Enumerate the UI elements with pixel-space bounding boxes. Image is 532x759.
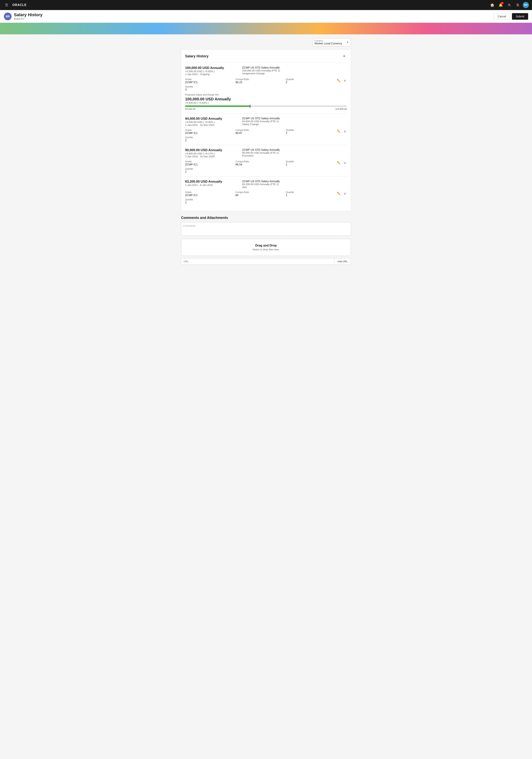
grade-label: Grade bbox=[185, 129, 235, 132]
drag-drop-subtitle: Select or drop files here. bbox=[186, 248, 346, 251]
currency-value: Worker Local Currency bbox=[314, 42, 345, 45]
notifications-button[interactable]: 🔔 45 bbox=[497, 2, 504, 9]
quintile-value: 1 bbox=[185, 201, 336, 204]
grade-label: Grade bbox=[185, 160, 235, 163]
card-header: Salary History + bbox=[185, 54, 347, 59]
entry-actions: ✏️ ∨ bbox=[336, 191, 347, 196]
salary-change: +4,500.00 USD ( +5.00% ) bbox=[185, 121, 237, 124]
expand-button[interactable]: ∨ bbox=[343, 191, 347, 196]
compa-label: Compa-Ratio bbox=[235, 78, 286, 81]
drag-drop-area[interactable]: Drag and Drop Select or drop files here. bbox=[181, 239, 351, 256]
plan-reason: Salary Change bbox=[242, 123, 347, 126]
comments-textarea[interactable]: Comments bbox=[181, 222, 351, 236]
plan-amount: 90,000.00 USD Annually (FTE 1) bbox=[242, 151, 347, 154]
quartile-label: Quartile bbox=[286, 129, 336, 132]
compa-value: 80 bbox=[235, 194, 286, 197]
compa-group: Compa-Ratio 96.15 bbox=[235, 78, 286, 84]
salary-date: 1-Jan-2021 - 31-Dec-2021 bbox=[185, 124, 237, 126]
details-row-with-actions: Grade ZCMP IC1 Compa-Ratio 90.87 Quartil… bbox=[185, 129, 347, 142]
quartile-value: 1 bbox=[286, 194, 336, 197]
entry-left: 90,000.00 USD Annually +6,800.00 USD ( +… bbox=[185, 148, 237, 158]
proposed-salary-section: Proposed Salary and Range Info 100,000.0… bbox=[185, 94, 347, 110]
nav-left: ☰ ORACLE bbox=[3, 2, 27, 9]
details-cols: Grade ZCMP IC1 Compa-Ratio 90.87 Quartil… bbox=[185, 129, 336, 142]
plan-name: ZCMP US STD Salary Annually bbox=[242, 148, 347, 151]
entry-top-row: 100,000.00 USD Annually +5,500.00 USD ( … bbox=[185, 66, 347, 76]
plan-reason: Assignment Change bbox=[242, 72, 347, 75]
edit-button[interactable]: ✏️ bbox=[336, 191, 342, 196]
currency-label: Currency bbox=[314, 40, 345, 42]
entry-actions: ✏️ ∨ bbox=[336, 129, 347, 134]
plan-amount: 94,500.00 USD Annually (FTE 1) bbox=[242, 120, 347, 123]
currency-row: Currency Worker Local Currency ▼ bbox=[181, 38, 351, 46]
salary-history-title: Salary History bbox=[185, 54, 209, 58]
salary-date: 1-Jan-2011 - 6-Jan-2016 bbox=[185, 183, 237, 186]
entry-details-row: Grade ZCMP IC1 Compa-Ratio 86.54 Quartil… bbox=[185, 160, 336, 166]
quintile-row: Quintile 1 bbox=[185, 168, 336, 173]
entry-right: ZCMP US STD Salary Annually 94,500.00 US… bbox=[242, 117, 347, 126]
salary-min: 83,200.00 bbox=[185, 108, 195, 110]
plan-name: ZCMP US STD Salary Annually bbox=[242, 66, 347, 69]
edit-button[interactable]: ✏️ bbox=[336, 78, 342, 83]
edit-button[interactable]: ✏️ bbox=[336, 160, 342, 165]
compa-value: 90.87 bbox=[235, 132, 286, 135]
oracle-logo: ORACLE bbox=[12, 3, 27, 7]
quartile-group: Quartile 2 bbox=[286, 129, 336, 135]
person-off-button[interactable] bbox=[506, 2, 513, 9]
header-actions: Cancel Submit bbox=[494, 13, 528, 20]
compa-value: 86.54 bbox=[235, 163, 286, 166]
worker-name: Buela RJ bbox=[14, 18, 42, 20]
proposed-label: Proposed Salary and Range Info bbox=[185, 94, 347, 96]
quartile-group: Quartile 2 bbox=[286, 78, 336, 84]
collapse-button[interactable]: ∧ bbox=[343, 78, 347, 83]
progress-fill bbox=[185, 105, 250, 107]
grade-value: ZCMP IC1 bbox=[185, 132, 235, 135]
salary-entry: 83,200.00 USD Annually 1-Jan-2011 - 6-Ja… bbox=[185, 177, 347, 207]
compa-value: 96.15 bbox=[235, 81, 286, 84]
salary-amount: 90,000.00 USD Annually bbox=[185, 148, 237, 152]
mic-off-button[interactable] bbox=[514, 2, 521, 9]
hamburger-menu-button[interactable]: ☰ bbox=[3, 2, 10, 9]
home-button[interactable]: 🏠 bbox=[489, 2, 496, 9]
quartile-label: Quartile bbox=[286, 160, 336, 163]
profile-banner bbox=[0, 23, 532, 34]
quartile-value: 2 bbox=[286, 132, 336, 135]
add-salary-button[interactable]: + bbox=[342, 54, 347, 59]
plan-name: ZCMP US STD Salary Annually bbox=[242, 180, 347, 183]
salary-change: +6,800.00 USD ( +8.17% ) bbox=[185, 152, 237, 155]
grade-group: Grade ZCMP IC1 bbox=[185, 160, 235, 166]
entry-details-row: Grade ZCMP IC1 Compa-Ratio 90.87 Quartil… bbox=[185, 129, 336, 135]
entry-actions: ✏️ ∧ bbox=[336, 78, 347, 83]
compa-label: Compa-Ratio bbox=[235, 160, 286, 163]
quartile-value: 1 bbox=[286, 163, 336, 166]
details-row-with-actions: Grade ZCMP IC1 Compa-Ratio 86.54 Quartil… bbox=[185, 160, 347, 173]
header-title-area: Salary History Buela RJ bbox=[14, 12, 42, 20]
quintile-label: Quintile bbox=[185, 85, 336, 88]
quintile-label: Quintile bbox=[185, 168, 336, 170]
page-title: Salary History bbox=[14, 12, 42, 18]
plan-reason: Promotion bbox=[242, 154, 347, 157]
quartile-group: Quartile 1 bbox=[286, 160, 336, 166]
header-bar: BR Salary History Buela RJ Cancel Submit bbox=[0, 10, 532, 23]
compa-group: Compa-Ratio 90.87 bbox=[235, 129, 286, 135]
salary-date: 1-Jan-2022 - Ongoing bbox=[185, 73, 237, 76]
quintile-row: Quintile 1 bbox=[185, 198, 336, 204]
expand-button[interactable]: ∨ bbox=[343, 160, 347, 165]
details-row-with-actions: Grade ZCMP IC1 Compa-Ratio 96.15 Quartil… bbox=[185, 78, 347, 91]
edit-button[interactable]: ✏️ bbox=[336, 129, 342, 134]
cancel-button[interactable]: Cancel bbox=[494, 13, 510, 20]
url-input[interactable] bbox=[181, 258, 334, 265]
expand-button[interactable]: ∨ bbox=[343, 129, 347, 134]
proposed-change: +5,500.00 ( +5.82% ) bbox=[185, 101, 347, 104]
details-cols: Grade ZCMP IC1 Compa-Ratio 80 Quartile 1 bbox=[185, 191, 336, 204]
header-left: BR Salary History Buela RJ bbox=[4, 12, 42, 20]
submit-button[interactable]: Submit bbox=[512, 13, 528, 20]
salary-amount: 100,000.00 USD Annually bbox=[185, 66, 237, 70]
user-avatar[interactable]: BR bbox=[523, 2, 529, 8]
drag-drop-title: Drag and Drop bbox=[186, 244, 346, 247]
details-row-with-actions: Grade ZCMP IC1 Compa-Ratio 80 Quartile 1 bbox=[185, 191, 347, 204]
add-url-button[interactable]: Add URL bbox=[334, 258, 351, 265]
quintile-value: 2 bbox=[185, 139, 336, 142]
entry-right: ZCMP US STD Salary Annually 83,200.00 US… bbox=[242, 180, 347, 188]
currency-select[interactable]: Currency Worker Local Currency ▼ bbox=[312, 38, 351, 46]
